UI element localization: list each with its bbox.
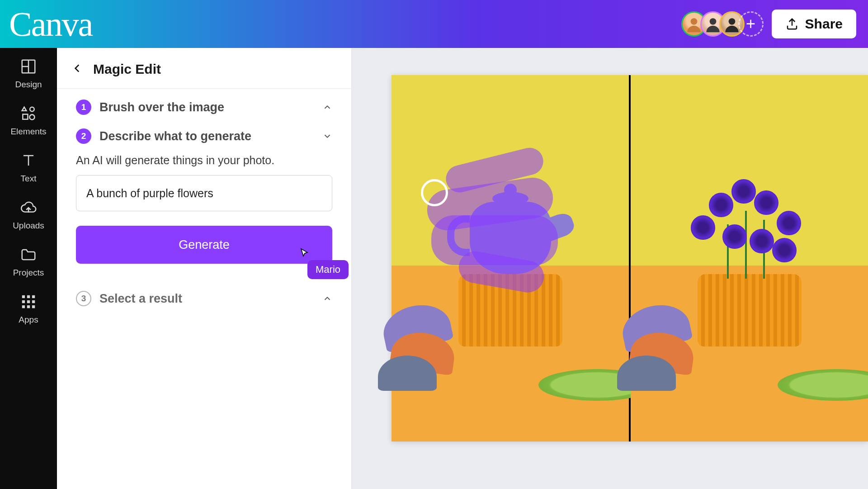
step-title: Select a result [99, 292, 314, 306]
generate-button[interactable]: Generate [76, 226, 332, 264]
nav-projects[interactable]: Projects [13, 246, 44, 278]
step-2-header[interactable]: 2 Describe what to generate [76, 128, 332, 144]
chevron-left-icon [71, 62, 83, 74]
panel-header: Magic Edit [57, 48, 351, 89]
top-bar: Canva + Share [0, 0, 868, 48]
step-number-badge: 3 [76, 291, 91, 306]
text-icon [20, 152, 37, 169]
nav-label: Uploads [13, 221, 44, 231]
step-title: Brush over the image [99, 100, 314, 114]
collaborator-avatars: + [681, 11, 764, 37]
after-image [631, 75, 868, 442]
before-image [392, 75, 629, 442]
svg-point-2 [728, 18, 735, 25]
svg-rect-9 [32, 295, 35, 298]
nav-apps[interactable]: Apps [19, 293, 38, 325]
nav-label: Projects [13, 268, 44, 278]
brush-selection-mask [409, 152, 571, 288]
chevron-down-icon [322, 131, 332, 141]
green-plate [778, 369, 868, 401]
cloud-upload-icon [20, 199, 37, 216]
nav-label: Text [21, 174, 37, 184]
cursor-user-label: Mario [307, 260, 349, 279]
prompt-input[interactable] [76, 175, 332, 211]
share-icon [785, 17, 799, 31]
svg-point-6 [29, 114, 34, 119]
svg-rect-7 [22, 295, 25, 298]
svg-point-1 [709, 18, 716, 25]
chevron-up-icon [322, 294, 332, 304]
canvas-area[interactable] [352, 48, 868, 489]
svg-rect-14 [27, 305, 30, 308]
back-button[interactable] [70, 61, 85, 77]
stacked-bowls [617, 306, 694, 374]
svg-rect-10 [22, 300, 25, 303]
nav-label: Elements [10, 127, 46, 137]
step-3: 3 Select a result [76, 291, 332, 306]
nav-uploads[interactable]: Uploads [13, 199, 44, 231]
plus-icon: + [746, 14, 755, 33]
orange-pot [698, 274, 802, 347]
add-collaborator-button[interactable]: + [738, 11, 764, 37]
share-button[interactable]: Share [772, 9, 856, 38]
left-nav: Design Elements Text Uploads Projects Ap… [0, 48, 57, 489]
share-label: Share [805, 16, 843, 32]
svg-rect-8 [27, 295, 30, 298]
nav-elements[interactable]: Elements [10, 105, 46, 137]
step-title: Describe what to generate [99, 129, 314, 143]
nav-label: Design [15, 80, 42, 90]
svg-rect-12 [32, 300, 35, 303]
nav-text[interactable]: Text [20, 152, 37, 184]
svg-rect-15 [32, 305, 35, 308]
brush-cursor-icon [421, 179, 448, 206]
stacked-bowls [378, 306, 455, 374]
step-number-badge: 1 [76, 100, 91, 115]
artboard[interactable] [392, 75, 868, 442]
svg-rect-11 [27, 300, 30, 303]
purple-flowers [682, 175, 817, 279]
layout-icon [20, 58, 37, 75]
svg-rect-5 [23, 114, 28, 119]
step-description: An AI will generate things in your photo… [76, 154, 332, 167]
folder-icon [20, 246, 37, 263]
step-2: 2 Describe what to generate An AI will g… [76, 128, 332, 264]
cursor-icon [299, 247, 310, 258]
svg-point-0 [690, 18, 697, 25]
panel-title: Magic Edit [93, 62, 161, 77]
svg-rect-13 [22, 305, 25, 308]
svg-point-4 [30, 107, 34, 112]
grid-icon [20, 293, 37, 310]
magic-edit-panel: Magic Edit 1 Brush over the image 2 Desc… [57, 48, 352, 489]
canva-logo[interactable]: Canva [9, 5, 92, 44]
step-number-badge: 2 [76, 128, 91, 144]
shapes-icon [20, 105, 37, 122]
chevron-up-icon [322, 102, 332, 112]
step-3-header[interactable]: 3 Select a result [76, 291, 332, 306]
step-1: 1 Brush over the image [76, 100, 332, 115]
step-1-header[interactable]: 1 Brush over the image [76, 100, 332, 115]
nav-design[interactable]: Design [15, 58, 42, 90]
nav-label: Apps [19, 315, 38, 325]
